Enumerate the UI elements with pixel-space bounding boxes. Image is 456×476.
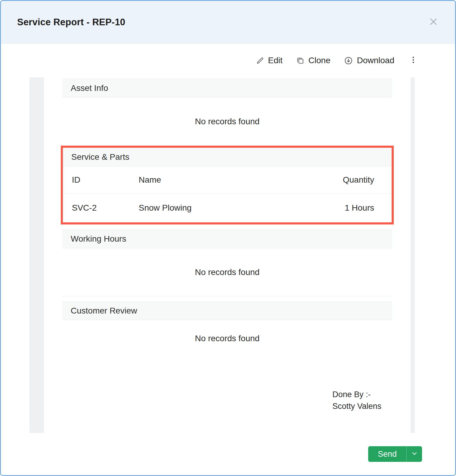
section-title: Asset Info xyxy=(71,83,108,93)
service-parts-table-header: ID Name Quantity xyxy=(63,166,392,193)
send-button[interactable]: Send xyxy=(368,446,406,462)
asset-info-empty-state: No records found xyxy=(62,97,392,146)
section-header-service-parts: Service & Parts xyxy=(63,148,392,166)
kebab-menu-icon xyxy=(409,55,417,66)
section-title: Service & Parts xyxy=(71,152,129,162)
download-circle-icon xyxy=(344,56,353,65)
send-split-button: Send xyxy=(368,446,422,462)
section-header-customer-review: Customer Review xyxy=(62,301,392,320)
more-options-button[interactable] xyxy=(408,54,418,66)
done-by-name: Scotty Valens xyxy=(332,400,381,412)
clone-button-label: Clone xyxy=(308,56,330,65)
modal-title: Service Report - REP-10 xyxy=(17,17,125,28)
section-title: Working Hours xyxy=(71,234,126,244)
section-header-asset-info: Asset Info xyxy=(62,79,392,97)
send-dropdown-toggle[interactable] xyxy=(406,446,422,462)
close-button[interactable] xyxy=(427,16,439,28)
customer-review-empty-state: No records found xyxy=(62,320,392,357)
report-page: Asset Info No records found Service & Pa… xyxy=(44,77,411,441)
column-header-name: Name xyxy=(139,175,334,185)
column-header-id: ID xyxy=(72,175,139,185)
preview-right-gutter xyxy=(411,77,415,433)
highlight-box: Service & Parts ID Name Quantity SVC-2 S… xyxy=(61,146,394,224)
modal-footer: Send xyxy=(1,441,455,475)
close-icon xyxy=(429,17,438,28)
section-title: Customer Review xyxy=(71,306,137,316)
pencil-icon xyxy=(256,57,264,65)
column-header-quantity: Quantity xyxy=(334,175,383,185)
edit-button[interactable]: Edit xyxy=(256,56,282,65)
cell-id: SVC-2 xyxy=(72,203,139,213)
action-toolbar: Edit Clone Download xyxy=(1,44,455,77)
report-preview-viewport: Asset Info No records found Service & Pa… xyxy=(1,77,455,441)
copy-icon xyxy=(296,57,304,65)
preview-left-gutter xyxy=(29,77,44,433)
done-by-label: Done By :- xyxy=(332,389,381,400)
section-header-working-hours: Working Hours xyxy=(62,230,392,248)
done-by-block: Done By :- Scotty Valens xyxy=(332,389,381,412)
chevron-down-icon xyxy=(411,450,418,458)
download-button[interactable]: Download xyxy=(344,56,394,65)
working-hours-empty-state: No records found xyxy=(62,248,392,296)
edit-button-label: Edit xyxy=(268,56,282,65)
table-row: SVC-2 Snow Plowing 1 Hours xyxy=(63,193,392,222)
modal-header: Service Report - REP-10 xyxy=(1,1,455,44)
cell-name: Snow Plowing xyxy=(139,203,334,213)
clone-button[interactable]: Clone xyxy=(296,56,330,65)
download-button-label: Download xyxy=(357,56,394,65)
cell-quantity: 1 Hours xyxy=(334,203,383,213)
service-report-modal: Service Report - REP-10 Edit xyxy=(0,0,456,476)
